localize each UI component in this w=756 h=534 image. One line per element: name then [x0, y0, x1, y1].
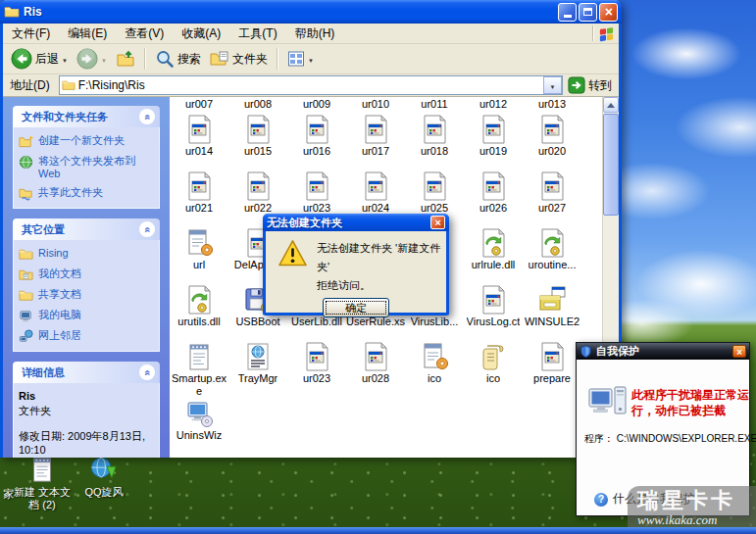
error-dialog-close-button[interactable]	[430, 216, 445, 229]
panel-details-header[interactable]: 详细信息	[13, 362, 160, 383]
file-item[interactable]: ur028	[346, 339, 405, 396]
file-item[interactable]: ur026	[464, 169, 523, 225]
collapse-chevron-icon[interactable]	[139, 221, 155, 237]
file-item[interactable]: TrayMgr	[228, 339, 287, 396]
file-label: ur012	[479, 98, 507, 111]
close-button[interactable]	[599, 3, 618, 22]
folder-new-icon	[19, 134, 33, 149]
file-item[interactable]: ur011	[405, 98, 464, 112]
file-item[interactable]: WINSULE2	[523, 282, 581, 339]
minimize-button[interactable]	[558, 3, 577, 22]
file-item[interactable]: VirusLog.ct	[464, 282, 523, 339]
task-link[interactable]: 创建一个新文件夹	[19, 134, 154, 149]
address-dropdown-button[interactable]	[543, 76, 562, 94]
file-item[interactable]: ur018	[405, 112, 464, 169]
file-item[interactable]: ur010	[346, 98, 405, 112]
close-icon	[434, 216, 440, 229]
notepad-gear-icon	[419, 341, 450, 372]
file-item[interactable]: UninsWiz	[170, 396, 228, 453]
file-item[interactable]: ur027	[523, 169, 581, 225]
search-label: 搜索	[177, 51, 201, 68]
file-item[interactable]: ur009	[287, 98, 346, 112]
file-label: Smartup.exe	[170, 372, 228, 396]
folders-button[interactable]: 文件夹	[207, 48, 271, 70]
views-button[interactable]	[284, 49, 317, 69]
file-item[interactable]: urlrule.dll	[464, 225, 523, 282]
folder-icon	[19, 288, 33, 303]
menu-item-2[interactable]: 查看(V)	[116, 25, 173, 42]
back-dropdown-caret[interactable]	[62, 52, 68, 66]
scroll-up-button[interactable]	[603, 97, 619, 113]
task-link[interactable]: 共享此文件夹	[19, 186, 154, 201]
file-label: ico	[428, 372, 441, 385]
ok-button[interactable]: 确定	[323, 298, 389, 317]
menu-item-5[interactable]: 帮助(H)	[286, 25, 344, 42]
desktop-icon-new-text-document[interactable]: 新建 文本文档 (2)	[12, 455, 73, 511]
file-item[interactable]: ur007	[170, 98, 228, 112]
file-item[interactable]: ur019	[464, 112, 523, 169]
views-dropdown-caret[interactable]	[308, 52, 314, 66]
file-item[interactable]: ur017	[346, 112, 405, 169]
task-link[interactable]: 我的电脑	[19, 309, 154, 323]
menu-item-4[interactable]: 工具(T)	[229, 25, 285, 42]
popup-close-button[interactable]	[732, 345, 746, 358]
address-input[interactable]: F:\Rising\Ris	[59, 75, 563, 95]
file-item[interactable]: ico	[405, 339, 464, 396]
taskbar-edge[interactable]	[0, 527, 756, 534]
file-item[interactable]: ur008	[228, 98, 287, 112]
task-link[interactable]: 将这个文件夹发布到 Web	[19, 155, 154, 180]
close-icon	[736, 345, 742, 359]
task-link[interactable]: 我的文档	[19, 267, 154, 282]
forward-button[interactable]	[74, 47, 110, 71]
file-item[interactable]: ur014	[170, 112, 228, 169]
file-item[interactable]: ur013	[523, 98, 581, 112]
panel-file-tasks-header[interactable]: 文件和文件夹任务	[13, 106, 160, 127]
menu-item-1[interactable]: 编辑(E)	[59, 25, 116, 42]
collapse-chevron-icon[interactable]	[139, 364, 155, 380]
task-link[interactable]: 共享文档	[19, 288, 154, 303]
popup-title-bar[interactable]: 自我保护	[577, 343, 749, 360]
file-item[interactable]: prepare	[523, 339, 581, 396]
minimize-icon	[564, 15, 572, 18]
address-bar: 地址(D) F:\Rising\Ris 转到	[3, 74, 619, 97]
folder-docs-icon	[19, 267, 33, 282]
file-item[interactable]: ur015	[228, 112, 287, 169]
file-item[interactable]: ur012	[464, 98, 523, 112]
search-button[interactable]: 搜索	[152, 48, 204, 70]
file-label: ico	[486, 372, 500, 385]
file-item[interactable]: ur021	[170, 169, 228, 225]
file-item[interactable]: ur020	[523, 112, 581, 169]
go-button[interactable]: 转到	[568, 76, 616, 94]
panel-other-places-header[interactable]: 其它位置	[13, 218, 160, 240]
file-item[interactable]: url	[170, 225, 228, 282]
back-icon	[11, 48, 32, 70]
file-item[interactable]: urutils.dll	[170, 282, 228, 339]
title-bar[interactable]: Ris	[0, 0, 622, 24]
task-link[interactable]: 网上邻居	[19, 329, 154, 344]
scrollbar-thumb[interactable]	[603, 114, 619, 216]
file-item[interactable]: Smartup.exe	[170, 339, 228, 396]
menu-item-3[interactable]: 收藏(A)	[173, 25, 229, 42]
file-label: ur008	[244, 98, 272, 111]
menu-item-0[interactable]: 文件(F)	[3, 25, 59, 42]
file-label: ur014	[185, 145, 213, 158]
program-label: 程序：	[584, 433, 614, 444]
file-label: VirusLog.ct	[467, 316, 521, 328]
collapse-chevron-icon[interactable]	[139, 109, 155, 124]
file-item[interactable]: uroutine...	[523, 225, 581, 282]
up-button[interactable]	[113, 48, 138, 70]
file-item[interactable]: ur016	[287, 112, 346, 169]
file-item[interactable]: ur023	[287, 339, 346, 396]
file-item[interactable]: ico	[464, 339, 523, 396]
win-doc-icon	[360, 114, 391, 145]
computer-icon	[587, 385, 629, 422]
back-button[interactable]: 后退	[8, 47, 71, 71]
folder-share-icon	[19, 186, 33, 201]
maximize-button[interactable]	[579, 3, 597, 22]
error-dialog-title-bar[interactable]: 无法创建文件夹	[263, 214, 449, 231]
task-link[interactable]: Rising	[19, 247, 154, 262]
win-doc-icon	[536, 170, 568, 202]
desktop-icon-qq-xuanfeng[interactable]: QQ旋风	[76, 455, 131, 499]
file-label: TrayMgr	[238, 372, 278, 385]
win-doc-icon	[478, 284, 509, 316]
